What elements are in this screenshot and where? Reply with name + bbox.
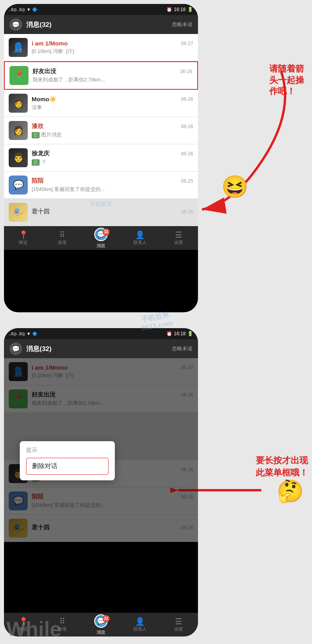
battery-icon: 🔋 (187, 7, 193, 12)
name-row-5: 徐龙庆 06-26 (32, 150, 193, 157)
phone-bottom: ..ll◎ .ll◎ ▼ 🔷 ⏰ 16:18 🔋 💬 消息(32) 忽略未读 🔒… (4, 328, 198, 636)
signal-icon: ..ll◎ (9, 7, 17, 12)
while-text: While (6, 617, 61, 641)
name-row-3: Momo☀️ 06-26 (32, 96, 193, 103)
wifi-icon: ▼ (27, 7, 31, 12)
chat-name-1: i am 1/Momo (32, 40, 68, 47)
chat-name-7: 君十四 (32, 208, 49, 215)
chat-item-4[interactable]: 👩 漆欣 06-26 已图片消息 (4, 117, 198, 144)
name-row-1: i am 1/Momo 06-27 (32, 40, 193, 47)
mascot-top: 😆 (221, 174, 249, 200)
name-row-6: 陌陌 06-25 (32, 177, 193, 185)
tab-messages[interactable]: 💬 32 消息 (82, 228, 120, 249)
lock-icon: 🔒 (13, 43, 23, 52)
messages-label-b: 消息 (97, 629, 105, 635)
status-right: ⏰ 16:18 🔋 (166, 7, 193, 12)
chat-name-3: Momo☀️ (32, 96, 57, 103)
chat-name-4: 漆欣 (32, 123, 44, 130)
app-logo-icon-b: 💬 (10, 342, 22, 355)
app-header-top: 💬 消息(32) 忽略未读 (4, 15, 198, 34)
message-badge: 32 (103, 229, 110, 236)
name-row-4: 漆欣 06-26 (32, 123, 193, 130)
chat-name-6: 陌陌 (32, 177, 44, 185)
chat-preview-5: 已？ (32, 159, 193, 166)
header-title-top: 消息(32) (26, 20, 172, 29)
status-left: ..ll◎ .ll◎ ▼ 🔷 (9, 7, 38, 12)
contacts-label: 联系人 (133, 240, 146, 246)
chat-date-6: 06-25 (181, 178, 193, 184)
nearby-icon: 📍 (19, 231, 29, 239)
watermark-1: 手机世界 (90, 201, 112, 208)
settings-icon: ☰ (175, 231, 182, 239)
tab-settings[interactable]: ☰ 设置 (159, 231, 198, 246)
chat-preview-3: 没事 (32, 104, 193, 111)
app-logo-icon: 💬 (10, 18, 22, 31)
chat-preview-6: [1540km] 客服回复了你提交的... (32, 186, 193, 193)
clock-icon-b: ⏰ (166, 331, 172, 336)
avatar-6: 💬 (9, 176, 28, 195)
contacts-icon-b: 👤 (135, 618, 145, 625)
tab-nearby[interactable]: 📍 附近 (4, 231, 43, 246)
mascot-bottom: 🤔 (277, 478, 304, 504)
chat-date-4: 06-26 (181, 124, 193, 129)
status-right-b: ⏰ 16:18 🔋 (166, 331, 193, 336)
clock-icon: ⏰ (166, 7, 172, 12)
chat-item-7[interactable]: 🎭 君十四 06-25 手机世界 (4, 199, 198, 226)
messages-label: 消息 (97, 243, 105, 249)
avatar-7: 🎭 (9, 203, 28, 222)
context-menu: 提示 删除对话 (20, 441, 115, 480)
chat-item-5[interactable]: 👨 徐龙庆 06-26 已？ (4, 144, 198, 172)
signal2-icon: .ll◎ (18, 7, 25, 12)
contacts-label-b: 联系人 (133, 626, 146, 632)
message-badge-b: 32 (103, 615, 110, 622)
ignore-unread-button-b[interactable]: 忽略未读 (172, 345, 192, 352)
tab-messages-b[interactable]: 💬 32 消息 (82, 614, 120, 635)
chat-content-4: 漆欣 06-26 已图片消息 (32, 123, 193, 138)
chat-preview-2: 我来到成都了，距离你2.78km... (32, 76, 192, 83)
tab-contacts-b[interactable]: 👤 联系人 (120, 618, 159, 632)
read-badge-5: 已 (32, 159, 40, 166)
chat-item-2[interactable]: 📍 好友出没 06-26 我来到成都了，距离你2.78km... (4, 61, 198, 90)
tab-contacts[interactable]: 👤 联系人 (120, 231, 159, 246)
read-badge-4: 已 (32, 132, 40, 138)
chat-date-3: 06-26 (181, 96, 193, 102)
status-bar-top: ..ll◎ .ll◎ ▼ 🔷 ⏰ 16:18 🔋 (4, 4, 198, 15)
status-left-b: ..ll◎ .ll◎ ▼ 🔷 (9, 331, 38, 336)
settings-label-b: 设置 (174, 626, 183, 632)
delete-conversation-button[interactable]: 删除对话 (26, 458, 108, 475)
chat-content-2: 好友出没 06-26 我来到成都了，距离你2.78km... (32, 68, 192, 83)
ignore-unread-button[interactable]: 忽略未读 (172, 21, 192, 28)
app-header-bottom: 💬 消息(32) 忽略未读 (4, 339, 198, 358)
sim-icon-b: 🔷 (32, 331, 38, 336)
settings-icon-b: ☰ (175, 618, 182, 625)
chat-content-3: Momo☀️ 06-26 没事 (32, 96, 193, 111)
avatar-4: 👩 (9, 121, 28, 140)
annotation-text-top: 请随着箭头一起操作吧！ (269, 63, 304, 97)
tab-settings-b[interactable]: ☰ 设置 (159, 618, 198, 632)
chat-preview-1: [0.10km] 冯黎: [汗] (32, 48, 193, 55)
phone-top: ..ll◎ .ll◎ ▼ 🔷 ⏰ 16:18 🔋 💬 消息(32) 忽略未读 🔒 (4, 4, 198, 312)
context-menu-title: 提示 (26, 447, 108, 454)
chat-content-1: i am 1/Momo 06-27 [0.10km] 冯黎: [汗] (32, 40, 193, 55)
contacts-icon: 👤 (135, 231, 145, 239)
tab-discover[interactable]: ⠿ 发现 (43, 231, 82, 246)
header-title-bottom: 消息(32) (26, 344, 172, 353)
avatar-1: 🔒 (9, 38, 28, 57)
battery-icon-b: 🔋 (187, 331, 193, 336)
chat-date-7: 06-25 (181, 209, 193, 215)
chat-content-5: 徐龙庆 06-26 已？ (32, 150, 193, 166)
chat-item-1[interactable]: 🔒 i am 1/Momo 06-27 [0.10km] 冯黎: [汗] (4, 34, 198, 61)
chat-item-6[interactable]: 💬 陌陌 06-25 [1540km] 客服回复了你提交的... (4, 172, 198, 199)
signal-icon-b: ..ll◎ (9, 331, 17, 336)
time-display: 16:18 (174, 7, 186, 12)
chat-name-5: 徐龙庆 (32, 150, 49, 157)
chat-date-5: 06-26 (181, 151, 193, 157)
signal2-icon-b: .ll◎ (18, 331, 25, 336)
time-display-b: 16:18 (174, 331, 186, 336)
name-row-7: 君十四 06-25 (32, 208, 193, 215)
status-bar-bottom: ..ll◎ .ll◎ ▼ 🔷 ⏰ 16:18 🔋 (4, 328, 198, 339)
nearby-label: 附近 (19, 240, 28, 246)
tab-bar-top: 📍 附近 ⠿ 发现 💬 32 消息 👤 联系人 ☰ 设置 (4, 226, 198, 250)
sim-icon: 🔷 (32, 7, 38, 12)
chat-item-3[interactable]: 👩 Momo☀️ 06-26 没事 (4, 90, 198, 117)
